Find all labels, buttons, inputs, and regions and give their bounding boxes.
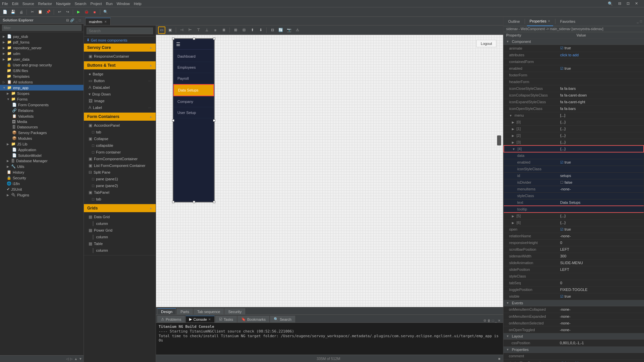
- debug-btn[interactable]: 🐞: [83, 8, 90, 16]
- properties-section-header[interactable]: ▼ Properties: [503, 347, 644, 353]
- prop-cssposition[interactable]: cssPosition 0,801,0,0,-1,-1: [503, 340, 644, 346]
- handle-mid-left[interactable]: [172, 119, 174, 122]
- section-servoy-core-header[interactable]: Servoy Core ▲: [84, 44, 156, 52]
- cut-btn[interactable]: ✂: [29, 8, 36, 16]
- tree-item-pdf-forms[interactable]: ▶ 📁 pdf_forms: [0, 39, 84, 45]
- canvas-refresh-btn[interactable]: 🔄: [277, 26, 284, 34]
- canvas-warning-btn[interactable]: ⚠: [294, 26, 301, 34]
- resize-handle-right[interactable]: [497, 135, 501, 145]
- palette-item-tab2[interactable]: □ tab: [87, 196, 153, 202]
- tree-item-udm[interactable]: ▶ 📁 udm: [0, 51, 84, 56]
- down-btn[interactable]: ▼: [79, 357, 82, 361]
- sidenav-item-company[interactable]: Company: [173, 96, 214, 107]
- prop-iconexpandstyleclass[interactable]: iconExpandStyleClass fa fa-caret-right: [504, 99, 644, 105]
- tree-item-jsunit[interactable]: ✔ JSUnit: [0, 186, 84, 192]
- tree-item-security[interactable]: 🔒 Security: [0, 175, 84, 181]
- logout-button[interactable]: Logout: [476, 40, 496, 47]
- prop-menu-4-text[interactable]: text Data Setups: [504, 199, 644, 206]
- menu4-isdivider-cb[interactable]: [560, 180, 564, 184]
- tree-item-form-components[interactable]: 📄 Form Components: [0, 102, 84, 108]
- palette-item-table[interactable]: ▦ Table: [87, 240, 153, 247]
- handle-top-center[interactable]: [193, 38, 195, 40]
- prop-iconcollapsestyleclass[interactable]: iconCollapseStyleClass fa fa-caret-down: [504, 92, 644, 99]
- menu4-enabled-cb[interactable]: [560, 160, 564, 164]
- prop-menu-4-data[interactable]: data: [504, 152, 644, 159]
- canvas-distribute-h-btn[interactable]: ≡: [212, 26, 219, 34]
- tree-item-db-manager[interactable]: ▶ 🗄 Database Manager: [0, 158, 84, 164]
- tab-security[interactable]: Security: [224, 308, 245, 314]
- search-icon[interactable]: 🔍: [608, 1, 613, 6]
- sidenav-item-user-setup[interactable]: User Setup: [173, 107, 214, 118]
- new-btn[interactable]: 📄: [1, 8, 9, 16]
- prop-onmenuexpanded[interactable]: onMenuItemExpanded -none-: [503, 313, 644, 320]
- tree-item-scopes[interactable]: ▶ 📁 Scopes: [0, 90, 84, 96]
- tree-item-i18n[interactable]: 🌐 i18n: [0, 181, 84, 186]
- paste-btn[interactable]: 📌: [45, 8, 52, 16]
- prop-menu-4-id[interactable]: id setups: [504, 172, 644, 179]
- stop-btn[interactable]: ■: [91, 8, 98, 16]
- handle-bot-left[interactable]: [172, 201, 174, 203]
- menu-file[interactable]: File: [2, 2, 8, 6]
- palette-item-power-grid[interactable]: ▦ Power Grid: [87, 227, 153, 234]
- section-buttons-text-header[interactable]: Buttons & Text ▲: [84, 61, 156, 69]
- tree-item-valuelists[interactable]: 📋 Valuelists: [0, 113, 84, 119]
- handle-mid-right[interactable]: [213, 119, 215, 122]
- prop-sidenavwidth[interactable]: sidenavWidth 300: [504, 253, 644, 259]
- link-editor-icon[interactable]: 🔗: [70, 18, 74, 22]
- properties-close-icon[interactable]: ✕: [548, 19, 550, 23]
- prop-menu-6[interactable]: ▶ [6] {...}: [504, 219, 644, 226]
- prop-menu-4-enabled[interactable]: enabled true: [504, 159, 644, 166]
- sidenav-item-employees[interactable]: Employees: [173, 62, 214, 73]
- canvas-align-top-btn[interactable]: ⊥: [203, 26, 211, 34]
- prop-slideanimation[interactable]: slideAnimation SLIDE-MENU: [504, 259, 644, 266]
- palette-item-tab[interactable]: □ tab: [87, 129, 153, 135]
- panel-maximize-icon[interactable]: □: [79, 18, 81, 22]
- prop-headerform[interactable]: headerForm: [504, 78, 644, 85]
- menu-source[interactable]: Source: [22, 2, 34, 6]
- canvas-screenshot-btn[interactable]: 📷: [285, 26, 293, 34]
- canvas-tab-editor-btn[interactable]: ⊟: [269, 26, 276, 34]
- prop-menu-4-tooltip[interactable]: tooltip: [504, 206, 644, 213]
- tree-item-servoy-packages[interactable]: 📦 Servoy Packages: [0, 130, 84, 135]
- palette-item-label[interactable]: A Label ···: [87, 104, 153, 111]
- prop-containedform[interactable]: containedForm: [504, 58, 644, 65]
- tree-item-user-group-security[interactable]: 🔒 User and group security: [0, 62, 84, 68]
- palette-item-badge[interactable]: ● Badge: [87, 71, 153, 77]
- palette-item-data-grid[interactable]: ▦ Data Grid: [87, 214, 153, 220]
- open-checkbox[interactable]: [560, 227, 564, 231]
- palette-item-datalabel[interactable]: A DataLabel: [87, 84, 153, 91]
- tree-item-emp-app[interactable]: ▼ 📁 emp_app: [0, 85, 84, 90]
- props-minimize-icon[interactable]: _: [637, 19, 639, 23]
- handle-top-left[interactable]: [172, 38, 174, 40]
- section-collapse-icon3[interactable]: ▲: [149, 115, 152, 118]
- tree-item-forms[interactable]: ▼ 📁 Forms: [0, 96, 84, 102]
- tree-item-relations[interactable]: 🔗 Relations: [0, 108, 84, 113]
- console-action-1[interactable]: ⚙: [483, 319, 486, 322]
- palette-item-responsive-container[interactable]: ▣ ResponsiveContainer: [87, 53, 153, 60]
- palette-item-button[interactable]: ▭ Button ···: [87, 77, 153, 84]
- palette-item-collapse[interactable]: ▣ Collapse: [87, 135, 153, 142]
- canvas-align-right-btn[interactable]: ⊤: [195, 26, 202, 34]
- menu-run[interactable]: Run: [106, 2, 113, 6]
- prop-tabseq[interactable]: tabSeq 0: [504, 280, 644, 286]
- tree-item-history[interactable]: 📋 History: [0, 169, 84, 175]
- sidenav-item-data-setups[interactable]: Data Setups: [173, 84, 214, 96]
- tab-close-icon[interactable]: ✕: [104, 20, 107, 23]
- console-tab-problems[interactable]: ⚠ Problems: [157, 316, 185, 322]
- prop-slideposition[interactable]: slidePosition LEFT: [504, 266, 644, 273]
- prop-animate[interactable]: animate true: [504, 45, 644, 52]
- tree-item-datasources[interactable]: 🗄 Datasources: [0, 124, 84, 130]
- minimize-icon[interactable]: ⊟: [618, 1, 621, 6]
- collapse-all-icon[interactable]: ⊟: [66, 18, 69, 22]
- prop-menu-4-styleclass[interactable]: styleClass: [504, 192, 644, 199]
- up-btn[interactable]: ▲: [74, 357, 77, 361]
- palette-item-form-container[interactable]: □ Form container: [87, 149, 153, 156]
- tree-item-jslib[interactable]: ▶ 📁 JS Lib: [0, 141, 84, 147]
- console-close[interactable]: ✕: [498, 319, 500, 322]
- handle-bot-center[interactable]: [193, 201, 195, 203]
- tree-item-plugins[interactable]: ▶ 🔌 Plugins: [0, 192, 84, 198]
- animate-checkbox[interactable]: [560, 46, 564, 50]
- layout-section-header[interactable]: ▼ Layout: [503, 333, 644, 340]
- maximize-icon[interactable]: ⊡: [627, 1, 630, 6]
- tab-mainfrm[interactable]: mainfrm ✕: [85, 18, 111, 25]
